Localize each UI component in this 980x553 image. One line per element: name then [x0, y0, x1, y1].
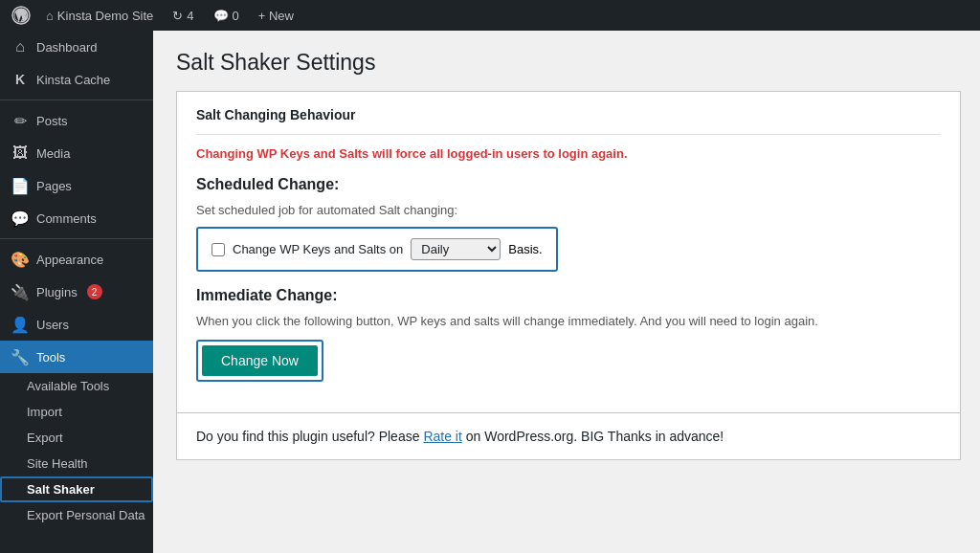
submenu-item-available-tools[interactable]: Available Tools — [0, 373, 153, 399]
sidebar-item-kinsta-cache[interactable]: K Kinsta Cache — [0, 63, 153, 96]
scheduled-description: Set scheduled job for automated Salt cha… — [196, 203, 941, 217]
users-icon: 👤 — [11, 316, 29, 333]
sidebar-item-label: Dashboard — [36, 40, 98, 55]
submenu-item-export-personal-data[interactable]: Export Personal Data — [0, 502, 153, 528]
comments-count: 0 — [233, 9, 239, 23]
scheduled-change-box: Change WP Keys and Salts on Daily Weekly… — [196, 227, 558, 272]
section-header: Salt Changing Behaviour — [196, 107, 941, 135]
immediate-description: When you click the following button, WP … — [196, 314, 941, 328]
kinsta-icon: K — [11, 71, 29, 88]
adminbar-new[interactable]: + New — [251, 0, 301, 31]
footer-pre: Do you find this plugin useful? Please — [196, 429, 423, 444]
checkbox-label: Change WP Keys and Salts on — [233, 242, 403, 256]
submenu-item-site-health[interactable]: Site Health — [0, 451, 153, 476]
menu-separator-2 — [0, 238, 153, 239]
wp-logo[interactable] — [8, 0, 34, 31]
submenu-label: Available Tools — [27, 379, 109, 393]
sidebar-item-label: Plugins — [36, 285, 78, 299]
sidebar: ⌂ Dashboard K Kinsta Cache ✏ Posts 🖼 Med… — [0, 31, 153, 553]
sidebar-item-label: Tools — [36, 350, 65, 365]
tools-icon: 🔧 — [11, 348, 29, 365]
adminbar-comments[interactable]: 💬 0 — [206, 0, 247, 31]
content-area: Salt Shaker Settings Salt Changing Behav… — [153, 31, 980, 553]
sidebar-item-media[interactable]: 🖼 Media — [0, 137, 153, 169]
submenu-label: Salt Shaker — [27, 482, 95, 497]
plugins-icon: 🔌 — [11, 283, 29, 300]
adminbar-site[interactable]: ⌂ Kinsta Demo Site — [38, 0, 161, 31]
site-name-label: Kinsta Demo Site — [57, 9, 153, 23]
settings-box: Salt Changing Behaviour Changing WP Keys… — [176, 91, 961, 413]
basis-label: Basis. — [508, 242, 542, 256]
sidebar-item-tools[interactable]: 🔧 Tools — [0, 341, 153, 373]
menu-separator-1 — [0, 100, 153, 100]
pages-icon: 📄 — [11, 177, 29, 194]
sidebar-item-plugins[interactable]: 🔌 Plugins 2 — [0, 276, 153, 308]
footer-post: on WordPress.org. BIG Thanks in advance! — [462, 429, 724, 444]
sidebar-item-users[interactable]: 👤 Users — [0, 308, 153, 341]
sidebar-item-label: Users — [36, 318, 69, 332]
submenu-label: Export — [27, 431, 63, 445]
sidebar-item-label: Kinsta Cache — [36, 73, 110, 87]
sidebar-item-comments[interactable]: 💬 Comments — [0, 202, 153, 234]
sidebar-item-posts[interactable]: ✏ Posts — [0, 104, 153, 137]
submenu-item-import[interactable]: Import — [0, 399, 153, 425]
sidebar-item-appearance[interactable]: 🎨 Appearance — [0, 243, 153, 276]
warning-text: Changing WP Keys and Salts will force al… — [196, 146, 941, 161]
footer-text-box: Do you find this plugin useful? Please R… — [176, 413, 961, 460]
submenu-label: Export Personal Data — [27, 508, 145, 522]
scheduled-title: Scheduled Change: — [196, 176, 941, 193]
frequency-select[interactable]: Daily Weekly Monthly — [411, 238, 501, 260]
comments-icon: 💬 — [11, 210, 29, 227]
new-label: + New — [258, 9, 294, 23]
submenu-label: Site Health — [27, 456, 88, 471]
dashboard-icon: ⌂ — [11, 38, 29, 55]
sidebar-item-label: Pages — [36, 179, 72, 193]
media-icon: 🖼 — [11, 144, 29, 162]
schedule-checkbox[interactable] — [212, 243, 225, 256]
submenu-item-salt-shaker[interactable]: Salt Shaker — [0, 476, 153, 502]
change-now-button[interactable]: Change Now — [202, 345, 318, 376]
sidebar-item-dashboard[interactable]: ⌂ Dashboard — [0, 31, 153, 63]
main-layout: ⌂ Dashboard K Kinsta Cache ✏ Posts 🖼 Med… — [0, 31, 980, 553]
sidebar-item-label: Appearance — [36, 253, 103, 267]
sidebar-item-label: Comments — [36, 211, 97, 226]
updates-count: 4 — [187, 9, 193, 23]
immediate-title: Immediate Change: — [196, 287, 941, 304]
change-now-box: Change Now — [196, 340, 323, 382]
sidebar-item-pages[interactable]: 📄 Pages — [0, 169, 153, 202]
sidebar-item-label: Media — [36, 146, 70, 161]
admin-bar: ⌂ Kinsta Demo Site ↻ 4 💬 0 + New — [0, 0, 980, 31]
posts-icon: ✏ — [11, 112, 29, 129]
active-arrow — [147, 341, 153, 373]
plugins-badge: 2 — [87, 284, 102, 299]
submenu-item-export[interactable]: Export — [0, 425, 153, 451]
appearance-icon: 🎨 — [11, 251, 29, 268]
rate-it-link[interactable]: Rate it — [423, 429, 461, 444]
page-title: Salt Shaker Settings — [176, 50, 961, 76]
sidebar-item-label: Posts — [36, 114, 68, 128]
submenu-label: Import — [27, 405, 62, 419]
adminbar-updates[interactable]: ↻ 4 — [165, 0, 201, 31]
